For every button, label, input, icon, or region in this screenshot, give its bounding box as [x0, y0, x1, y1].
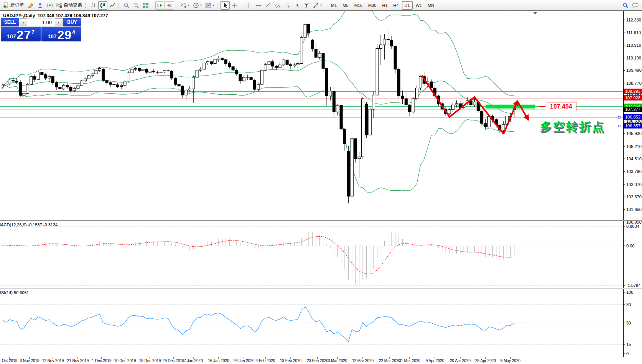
horizontal-line-button[interactable] [254, 1, 263, 10]
tab-timeframe-M1[interactable]: M1 [328, 1, 339, 10]
volume-down-button[interactable]: ▼ [20, 18, 27, 26]
crayon-button[interactable] [26, 1, 35, 10]
tab-timeframe-H4[interactable]: H4 [391, 1, 402, 10]
tab-timeframe-MN[interactable]: MN [425, 1, 437, 10]
signals-button[interactable] [45, 1, 54, 10]
chart-canvas[interactable] [0, 0, 642, 364]
candle [30, 76, 33, 84]
tab-timeframe-M5[interactable]: M5 [340, 1, 351, 10]
channel-button[interactable]: E [273, 1, 282, 10]
rsi-axis-label: 80 [626, 302, 631, 307]
candle [434, 88, 436, 96]
line-chart-button[interactable] [108, 1, 117, 10]
svg-text:F: F [288, 6, 290, 8]
trendline-icon [265, 2, 271, 8]
candle [286, 60, 288, 64]
chart-shift-button[interactable] [165, 1, 174, 10]
support-highlight-bar[interactable] [486, 105, 535, 109]
candle [311, 40, 314, 49]
price-axis-tick-label: 110.190 [626, 56, 641, 60]
indicators-caret: ▾ [188, 4, 189, 7]
date-label: 12 Nov 2019 [42, 359, 64, 363]
candle [491, 116, 494, 119]
tab-timeframe-M15[interactable]: M15 [352, 1, 365, 10]
tile-windows-button[interactable] [141, 1, 150, 10]
tab-timeframe-M30[interactable]: M30 [365, 1, 379, 10]
turning-point-note[interactable]: 多空转折点 [540, 119, 605, 135]
arrows-button[interactable]: ▾ [311, 1, 323, 10]
line-handle[interactable] [618, 116, 620, 118]
candle [272, 62, 274, 66]
fibonacci-button[interactable]: F [283, 1, 292, 10]
zoom-out-button[interactable] [132, 1, 141, 10]
candle [419, 76, 422, 88]
sell-button[interactable]: SELL [1, 18, 19, 26]
buy-button[interactable]: BUY [63, 18, 81, 26]
auto-scroll-button[interactable] [155, 1, 165, 10]
candle [174, 78, 177, 84]
price-line-label: 107.928 [624, 95, 642, 100]
rsi-axis-label: 50 [626, 321, 631, 325]
tab-timeframe-H1[interactable]: H1 [379, 1, 390, 10]
market-watch-button[interactable] [36, 1, 45, 10]
macd-axis-label: 0.00 [626, 244, 634, 248]
periods-button[interactable]: ▾ [191, 1, 203, 10]
trendline-button[interactable] [263, 1, 273, 10]
bollinger-band [2, 85, 514, 193]
price-axis-tick-label: 105.210 [626, 144, 642, 149]
crosshair-button[interactable] [230, 1, 239, 10]
candle [394, 46, 397, 69]
rsi-label: RSI(14) 50.6051 [0, 290, 29, 295]
volume-up-button[interactable]: ▲ [55, 18, 62, 26]
text-button[interactable]: A [292, 1, 301, 10]
price-line-label: 108.293 [624, 89, 642, 94]
date-label: 12 Mar 2020 [352, 359, 374, 363]
new-order-button[interactable]: 新订单 [2, 1, 26, 10]
templates-button[interactable]: ▾ [204, 1, 216, 10]
price-axis-tick-label: 101.650 [626, 207, 642, 212]
candle [477, 102, 479, 111]
tab-timeframe-D1[interactable]: D1 [402, 1, 413, 10]
autotrade-button[interactable]: 自动交易 [55, 1, 84, 10]
cursor-button[interactable] [221, 1, 230, 10]
text-label-button[interactable]: T [302, 1, 311, 10]
zigzag-annotation[interactable] [422, 76, 504, 134]
line-handle[interactable] [618, 125, 620, 127]
rsi-pane-splitter[interactable] [0, 288, 642, 289]
zoom-in-button[interactable] [122, 1, 131, 10]
candle [347, 151, 350, 196]
search-button[interactable] [621, 1, 630, 10]
vertical-line-button[interactable] [244, 1, 254, 10]
candle [199, 69, 202, 70]
chart-shift-icon [166, 2, 173, 8]
volume-input[interactable] [27, 18, 55, 26]
chat-button[interactable] [630, 1, 640, 10]
new-order-icon [3, 2, 9, 8]
price-axis-tick-label: 103.070 [626, 182, 642, 187]
zigzag-arrow-down[interactable] [517, 101, 528, 119]
chart-title: USDJPY-,Daily 107.348 107.426 106.849 10… [3, 13, 108, 18]
candle [412, 99, 415, 112]
bollinger-band [2, 61, 514, 114]
price-line-label: 106.357 [624, 123, 642, 128]
candle [160, 72, 162, 72]
price-callout-label[interactable]: 107.454 [546, 102, 576, 111]
candle [217, 58, 220, 59]
indicators-button[interactable]: ▾ [179, 1, 191, 10]
tab-timeframe-W1[interactable]: W1 [413, 1, 425, 10]
candle [336, 105, 339, 112]
chart-shift-marker[interactable] [533, 12, 537, 15]
candle [326, 68, 328, 96]
price-line-label: 106.852 [624, 114, 642, 120]
macd-pane-splitter[interactable] [0, 220, 642, 221]
candlestick-chart-button[interactable] [98, 1, 107, 10]
price-axis-tick-label: 108.770 [626, 81, 642, 86]
candle [282, 60, 285, 65]
buy-price[interactable]: 107 29 4 [41, 27, 81, 41]
sell-price[interactable]: 107 27 7 [1, 27, 41, 41]
zigzag-arrow-up[interactable] [504, 101, 517, 134]
candle [224, 59, 227, 63]
arrows-caret: ▾ [320, 4, 322, 7]
bar-chart-button[interactable] [89, 1, 98, 10]
candle [203, 63, 206, 69]
